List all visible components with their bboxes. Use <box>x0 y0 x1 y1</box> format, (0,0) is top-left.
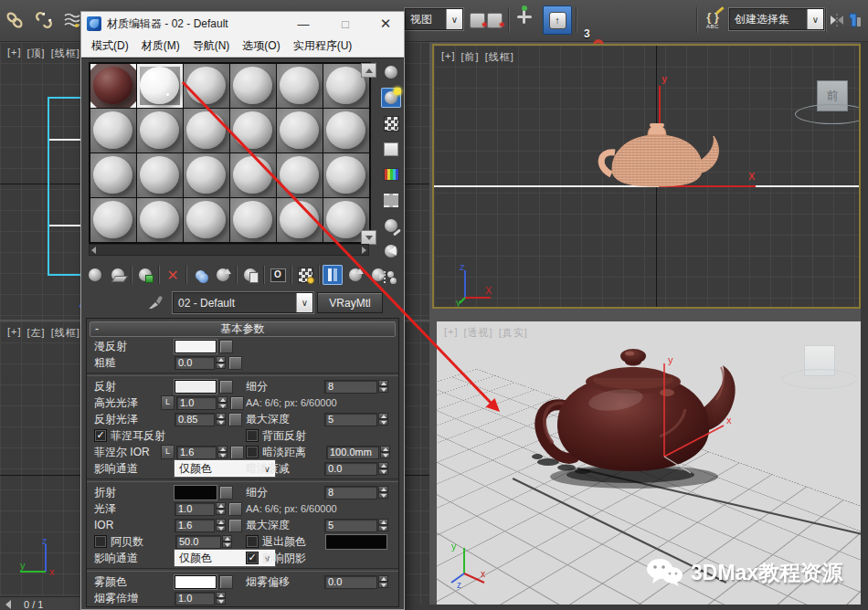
spinner-arrows[interactable] <box>216 592 226 605</box>
value-field[interactable]: 0.0 <box>324 462 377 476</box>
previous-frame-icon[interactable] <box>5 600 11 609</box>
spinner-arrows[interactable] <box>378 413 388 426</box>
checkbox[interactable] <box>246 535 259 548</box>
spinner-down-icon[interactable] <box>378 525 388 531</box>
mirror-icon[interactable] <box>828 5 846 35</box>
map-button[interactable] <box>219 486 233 500</box>
material-slot-9[interactable] <box>184 109 229 152</box>
chevron-down-icon[interactable]: ∨ <box>446 9 462 29</box>
spinner-up-icon[interactable] <box>378 519 388 525</box>
viewcube-ring[interactable] <box>782 369 857 389</box>
menu-options[interactable]: 选项(O) <box>236 38 286 54</box>
viewport-front[interactable]: [+] [前] [线框] y X z 前 <box>432 44 861 309</box>
viewport-name-button[interactable]: [左] <box>27 326 46 340</box>
spinner-arrows[interactable] <box>216 519 226 531</box>
value-field[interactable]: 1.6 <box>176 446 217 459</box>
material-type-button[interactable]: VRayMtl <box>317 292 383 313</box>
material-slot-2[interactable] <box>137 64 183 108</box>
unlink-selection-icon[interactable] <box>31 5 57 35</box>
scroll-down-button[interactable] <box>361 230 376 245</box>
viewport-name-button[interactable]: [透视] <box>464 326 493 340</box>
menu-utilities[interactable]: 实用程序(U) <box>287 38 359 54</box>
pick-material-eyedropper-icon[interactable] <box>147 294 164 310</box>
spinner-arrows[interactable] <box>378 380 388 393</box>
material-slot-15[interactable] <box>184 153 229 197</box>
value-field[interactable]: 0.0 <box>324 575 377 589</box>
color-swatch[interactable] <box>175 340 217 353</box>
scroll-right-icon[interactable] <box>362 247 366 254</box>
scroll-left-icon[interactable] <box>91 247 96 254</box>
select-by-material-icon[interactable] <box>381 241 401 261</box>
spinner-up-icon[interactable] <box>380 446 390 452</box>
chevron-down-icon[interactable]: ∨ <box>296 293 312 312</box>
viewport-name-button[interactable]: [前] <box>461 50 480 64</box>
menu-material[interactable]: 材质(M) <box>135 38 186 54</box>
slots-horizontal-scrollbar[interactable] <box>89 244 369 256</box>
viewcube[interactable]: 前 <box>795 80 861 124</box>
spinner-down-icon[interactable] <box>380 452 390 458</box>
show-background-icon[interactable] <box>295 265 315 285</box>
selection-gizmo[interactable]: y x <box>647 354 766 482</box>
spinner-down-icon[interactable] <box>378 419 388 426</box>
material-id-channel-icon[interactable]: O <box>268 265 288 285</box>
spinner-up-icon[interactable] <box>217 396 228 403</box>
spinner-arrows[interactable] <box>378 486 388 499</box>
spinner-down-icon[interactable] <box>216 363 226 369</box>
map-button[interactable] <box>228 519 242 532</box>
video-color-check-icon[interactable] <box>381 164 401 184</box>
material-editor-options-icon[interactable] <box>381 216 401 236</box>
material-slot-20[interactable] <box>137 198 183 242</box>
spinner-up-icon[interactable] <box>378 575 388 582</box>
value-field[interactable]: 8 <box>324 486 377 500</box>
spinner-down-icon[interactable] <box>378 468 388 475</box>
chevron-down-icon[interactable]: ∨ <box>807 9 823 29</box>
value-field[interactable]: 50.0 <box>175 535 221 549</box>
material-editor-window[interactable]: 材质编辑器 - 02 - Default — □ ✕ 模式(D) 材质(M) 导… <box>80 11 405 610</box>
spinner-arrows[interactable] <box>378 462 388 475</box>
spinner-down-icon[interactable] <box>222 542 232 548</box>
reference-coordinate-combo[interactable]: 视图 ∨ <box>405 8 463 30</box>
map-button[interactable] <box>230 396 244 410</box>
value-field[interactable]: 5 <box>324 413 377 426</box>
sample-uv-tiling-icon[interactable] <box>381 139 401 159</box>
map-button[interactable] <box>219 380 233 394</box>
checkbox[interactable]: ✓ <box>94 429 107 442</box>
spinner-down-icon[interactable] <box>378 582 388 588</box>
assign-material-to-selection-icon[interactable] <box>135 265 155 285</box>
material-slot-10[interactable] <box>230 109 276 152</box>
spinner-down-icon[interactable] <box>216 509 226 515</box>
spinner-down-icon[interactable] <box>217 403 228 409</box>
spinner-up-icon[interactable] <box>217 446 228 452</box>
time-slider[interactable]: 0 / 1 <box>0 596 80 610</box>
spinner-arrows[interactable] <box>378 575 388 588</box>
viewcube[interactable] <box>782 345 857 389</box>
color-swatch[interactable] <box>326 535 386 549</box>
menu-navigation[interactable]: 导航(N) <box>186 38 237 54</box>
spinner-up-icon[interactable] <box>378 380 388 386</box>
viewport-shading-button[interactable]: [真实] <box>499 326 528 340</box>
viewport-shading-button[interactable]: [线框] <box>485 50 514 64</box>
spinner-up-icon[interactable] <box>216 519 226 525</box>
spinner-arrows[interactable] <box>217 446 228 458</box>
viewport-front-label[interactable]: [+] [前] [线框] <box>441 50 514 64</box>
go-to-parent-icon[interactable] <box>345 265 365 285</box>
spinner-arrows[interactable] <box>380 446 390 458</box>
map-button[interactable] <box>228 356 242 370</box>
value-field[interactable]: 1.0 <box>175 592 215 605</box>
material-slot-23[interactable] <box>277 198 323 242</box>
viewport-shading-button[interactable]: [线框] <box>51 47 80 60</box>
viewport-persp-label[interactable]: [+] [透视] [真实] <box>444 326 528 340</box>
named-selection-sets-combo[interactable]: 创建选择集 ∨ <box>729 8 824 30</box>
spinner-arrows[interactable] <box>378 519 388 531</box>
value-field[interactable]: 100.0mm <box>326 446 379 459</box>
map-button[interactable] <box>230 446 244 459</box>
color-swatch[interactable] <box>175 486 217 500</box>
spinner-down-icon[interactable] <box>378 492 388 499</box>
lock-button[interactable]: L <box>161 445 175 459</box>
value-field[interactable]: 1.0 <box>175 502 215 516</box>
spinner-down-icon[interactable] <box>216 419 226 426</box>
spinner-up-icon[interactable] <box>216 413 226 419</box>
lock-button[interactable]: L <box>161 395 175 410</box>
keyboard-shortcut-override-toggle[interactable]: ↑ <box>543 5 572 35</box>
map-button[interactable] <box>219 340 233 353</box>
